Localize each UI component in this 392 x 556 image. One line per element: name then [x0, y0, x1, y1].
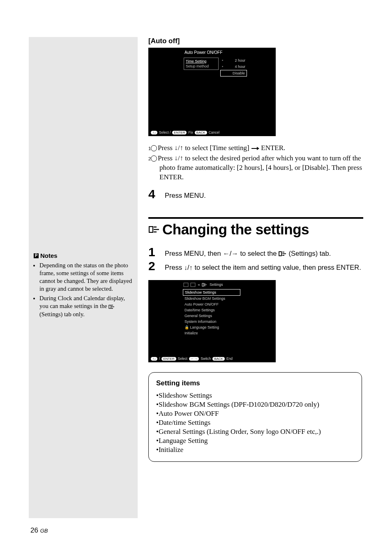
step1-c: (Settings) tab.	[289, 250, 331, 257]
down-up-arrows-icon: ↓/↑	[174, 144, 183, 152]
shot1-opt-disable: Disable	[220, 70, 247, 76]
shot1-back-pill: BACK	[195, 131, 207, 134]
shot1-opt-4h: 4 hour	[220, 64, 247, 70]
step2-a: Press	[165, 264, 184, 271]
svg-rect-16	[202, 283, 204, 286]
shot2-item-3: Date/time Settings	[183, 307, 240, 313]
instr-2: 2Press ↓/↑ to select the desired period …	[151, 154, 363, 182]
shot2-item-2: Auto Power ON/OFF	[183, 301, 240, 307]
right-arrow-icon	[251, 146, 259, 151]
settings-screenshot: ◂ Settings Slideshow Settings Slideshow …	[148, 280, 276, 362]
changing-settings-title: Changing the settings	[148, 221, 363, 238]
shot1-select: Select /	[159, 130, 171, 134]
sitem-6: •Initialize	[156, 446, 354, 454]
svg-rect-15	[191, 283, 195, 287]
tab-icon-1	[184, 283, 188, 287]
sitem-1: •Slideshow BGM Settings (DPF-D1020/D820/…	[156, 401, 354, 409]
instr1-b: to select [Time setting]	[183, 144, 251, 152]
tab-icon-settings	[202, 283, 207, 287]
main-column: [Auto off] Auto Power ON/OFF Time Settin…	[146, 37, 363, 462]
sidebar-column: P Notes Depending on the status on the p…	[29, 37, 138, 518]
step-1-num: 1	[148, 246, 158, 258]
step-1-row: 1 Press MENU, then ←/→ to select the (Se…	[148, 246, 363, 259]
shot1-bottombar: ↑↓ Select / ENTER Fix BACK Cancel	[151, 130, 219, 134]
shot2-select: Select	[178, 357, 188, 361]
instr2-b: to select the desired period after which…	[159, 154, 362, 181]
svg-rect-6	[149, 227, 153, 232]
shot1-title: Auto Power ON/OFF	[184, 50, 222, 55]
shot2-menu: Slideshow Settings Slideshow BGM Setting…	[183, 289, 240, 336]
shot1-options: 2 hour 4 hour Disable	[220, 58, 247, 76]
sitem-2: •Auto Power ON/OFF	[156, 410, 354, 418]
step2-b: to select the item and setting value, th…	[193, 264, 361, 271]
step-4-text: Press MENU.	[165, 188, 206, 201]
page-gb: GB	[40, 528, 48, 534]
settings-icon-large	[148, 225, 160, 234]
step-2-num: 2	[148, 260, 158, 272]
circ-2-icon: 2	[151, 155, 157, 162]
shot1-fix: Fix	[188, 130, 193, 134]
shot1-opt-2h: 2 hour	[220, 58, 247, 64]
svg-rect-10	[279, 252, 281, 256]
setting-items-box: Setting items •Slideshow Settings •Slide…	[148, 372, 362, 462]
shot2-item-6: 🔒 Language Setting	[183, 324, 240, 330]
shot1-menu-setup: Setup method	[185, 64, 217, 69]
notes-heading: P Notes	[34, 252, 132, 260]
notes-item-2: During Clock and Calendar display, you c…	[39, 294, 132, 318]
step-4-num: 4	[148, 188, 158, 200]
circ-1-icon: 1	[151, 145, 157, 151]
shot2-item-4: General Settings	[183, 313, 240, 319]
notes-item-1: Depending on the status on the photo fra…	[39, 262, 132, 293]
svg-marker-5	[257, 147, 259, 150]
shot2-tabs: ◂ Settings	[184, 283, 223, 287]
setting-items-heading: Setting items	[156, 379, 354, 387]
auto-off-screenshot: Auto Power ON/OFF Time Setting Setup met…	[148, 48, 276, 136]
step1-a: Press MENU, then	[165, 250, 223, 257]
shot1-enter-pill: ENTER	[172, 131, 187, 134]
shot2-item-0: Slideshow Settings	[183, 289, 240, 296]
settings-icon	[108, 304, 115, 309]
svg-rect-14	[184, 283, 188, 287]
step-1-text: Press MENU, then ←/→ to select the (Sett…	[165, 246, 331, 259]
changing-settings-title-text: Changing the settings	[162, 221, 309, 238]
shot2-tabs-label: Settings	[210, 283, 223, 287]
shot2-item-5: System Information	[183, 319, 240, 324]
sitem-4: •General Settings (Listing Order, Sony l…	[156, 428, 354, 436]
shot2-bottombar: ↑↓ / ENTER Select ←→ Switch BACK End	[151, 357, 233, 361]
shot2-end: End	[226, 357, 233, 361]
shot1-cancel: Cancel	[209, 130, 219, 134]
shot1-menu-time: Time Setting	[185, 59, 217, 64]
shot1-menu: Time Setting Setup method	[184, 58, 219, 70]
instr1-a: Press	[158, 144, 174, 152]
sitem-0: •Slideshow Settings	[156, 392, 354, 400]
instr1-c: ENTER.	[261, 144, 285, 152]
page-number: 26	[30, 526, 38, 534]
instr-1: 1Press ↓/↑ to select [Time setting] ENTE…	[151, 144, 363, 153]
down-up-arrows-icon-2: ↓/↑	[174, 154, 183, 162]
page-footer: 26 GB	[29, 526, 363, 535]
notes-list: Depending on the status on the photo fra…	[34, 262, 132, 318]
shot2-lr-pill: ←→	[189, 357, 199, 361]
notes-heading-text: Notes	[40, 252, 58, 260]
shot2-switch: Switch	[201, 357, 211, 361]
svg-rect-0	[109, 305, 111, 308]
shot1-arrows-pill: ↑↓	[151, 131, 157, 134]
notes-block: P Notes Depending on the status on the p…	[34, 252, 132, 320]
shot2-item-7: Initialize	[183, 330, 240, 336]
sitem-3: •Date/time Settings	[156, 419, 354, 427]
step-2-text: Press ↓/↑ to select the item and setting…	[165, 260, 361, 273]
step1-b: to select the	[238, 250, 279, 257]
shot2-back-pill: BACK	[212, 357, 225, 361]
settings-icon-inline	[279, 251, 287, 257]
step-2-row: 2 Press ↓/↑ to select the item and setti…	[148, 260, 363, 273]
tab-icon-2	[191, 283, 195, 287]
note-icon: P	[34, 253, 39, 258]
shot2-arrows-pill: ↑↓	[151, 357, 157, 361]
sitem-5: •Language Setting	[156, 437, 354, 445]
auto-off-heading: [Auto off]	[148, 37, 363, 45]
instr2-a: Press	[158, 154, 174, 162]
left-right-arrows-icon: ←/→	[223, 250, 238, 257]
shot2-item-1: Slideshow BGM Settings	[183, 296, 240, 301]
section-divider	[148, 217, 363, 219]
shot2-slash: /	[159, 357, 160, 361]
